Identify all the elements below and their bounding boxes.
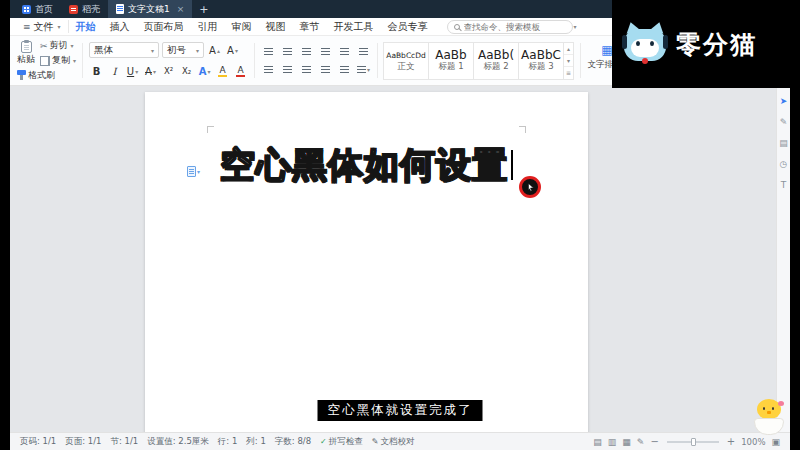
numbered-list-button[interactable] [280, 45, 295, 59]
zoom-slider[interactable] [667, 441, 719, 443]
font-name-caret-icon: ▾ [151, 47, 154, 54]
format-painter-button[interactable]: 格式刷 [17, 69, 76, 82]
styles-more-button[interactable]: ≡ [564, 67, 573, 78]
proofread-toggle[interactable]: ✎ 文档校对 [372, 436, 415, 448]
font-name-select[interactable]: 黑体 ▾ [89, 42, 159, 58]
font-size-select[interactable]: 初号 ▾ [162, 42, 204, 58]
styles-scroll-up[interactable]: ▴ [564, 43, 573, 55]
bullet-list-button[interactable] [261, 45, 276, 59]
paste-button[interactable]: 粘贴 [17, 41, 35, 66]
paragraph-style-popup[interactable]: ▾ [187, 166, 200, 177]
text-effect-button[interactable]: A ▾ [197, 63, 212, 79]
distribute-button[interactable] [337, 63, 352, 77]
style-heading1[interactable]: AaBb 标题 1 [428, 42, 474, 80]
underline-button[interactable]: U ▾ [125, 63, 140, 79]
subscript-button[interactable]: X₂ [179, 63, 194, 79]
cat-mascot [622, 21, 668, 67]
headline-text[interactable]: 空心黑体如何设置 [220, 145, 508, 185]
style-heading2-name: 标题 2 [483, 61, 508, 72]
styles-scroll-down[interactable]: ▾ [564, 55, 573, 67]
share-icon[interactable]: ➤ [780, 96, 788, 106]
text-cursor [511, 150, 513, 180]
clipboard-group: 粘贴 ✂ 剪切 ▾ 复制 ▾ 格式刷 [14, 38, 79, 83]
zoom-level[interactable]: 100% [741, 437, 765, 447]
text-tool-icon[interactable]: T [781, 180, 787, 190]
search-caret-icon[interactable]: ▾ [574, 23, 577, 30]
highlight-color-bar [218, 75, 227, 77]
outline-view-icon[interactable]: ▥ [608, 437, 617, 447]
increase-font-size-button[interactable]: A ▴ [207, 42, 222, 58]
zoom-slider-thumb[interactable] [691, 438, 696, 446]
file-caret-icon: ▾ [58, 23, 61, 30]
style-heading2[interactable]: AaBb( 标题 2 [473, 42, 519, 80]
menu-item-view[interactable]: 视图 [259, 20, 293, 34]
web-view-icon[interactable]: ▦ [622, 437, 631, 447]
increase-indent-button[interactable] [318, 45, 333, 59]
history-icon[interactable]: ◷ [780, 159, 788, 169]
spellcheck-toggle[interactable]: ✓ 拼写检查 [320, 436, 363, 448]
comment-icon[interactable]: ▤ [779, 138, 788, 148]
font-color-button[interactable]: A [233, 63, 248, 79]
page-view-icon[interactable]: ▤ [593, 437, 602, 447]
menu-item-insert[interactable]: 插入 [103, 20, 137, 34]
zoom-out-button[interactable]: − [650, 436, 658, 447]
command-search-box[interactable] [447, 20, 573, 34]
menu-item-page-layout[interactable]: 页面布局 [137, 20, 191, 34]
style-heading3[interactable]: AaBbC 标题 3 [518, 42, 564, 80]
status-word-count[interactable]: 字数: 8/8 [275, 436, 311, 448]
style-heading1-preview: AaBb [435, 50, 466, 61]
menu-item-home[interactable]: 开始 [69, 20, 103, 34]
strikethrough-button[interactable]: A ▾ [143, 63, 158, 79]
menu-item-references[interactable]: 引用 [191, 20, 225, 34]
line-spacing-button[interactable]: ▾ [356, 63, 371, 77]
decrease-font-size-button[interactable]: A ▾ [225, 42, 240, 58]
justify-button[interactable] [318, 63, 333, 77]
video-frame: 首页 稻壳 文字文稿1 × + ≡ 文件 ▾ 开始 插入 页面布局 引用 [0, 0, 800, 450]
align-left-button[interactable] [261, 63, 276, 77]
status-page-number: 页码: 1/1 [20, 436, 56, 448]
bold-button[interactable]: B [89, 63, 104, 79]
menu-item-developer[interactable]: 开发工具 [327, 20, 381, 34]
highlight-color-button[interactable]: A [215, 63, 230, 79]
show-marks-icon [359, 48, 368, 55]
cut-caret-icon: ▾ [71, 42, 74, 49]
zoom-in-button[interactable]: + [727, 436, 735, 447]
cut-button[interactable]: ✂ 剪切 ▾ [40, 39, 76, 52]
wps-window: 首页 稻壳 文字文稿1 × + ≡ 文件 ▾ 开始 插入 页面布局 引用 [10, 0, 790, 450]
underline-caret-icon: ▾ [135, 68, 138, 75]
menu-item-review[interactable]: 审阅 [225, 20, 259, 34]
mouse-click-highlight [519, 176, 541, 198]
show-marks-button[interactable] [356, 45, 371, 59]
search-input[interactable] [464, 22, 566, 32]
tab-document-label: 文字文稿1 [128, 3, 170, 16]
increase-indent-icon [321, 48, 330, 55]
sort-button[interactable] [337, 45, 352, 59]
read-mode-icon[interactable]: ✎ [637, 437, 645, 447]
tab-home[interactable]: 首页 [14, 0, 61, 18]
style-normal[interactable]: AaBbCcDd 正文 [383, 42, 429, 80]
decrease-indent-icon [302, 48, 311, 55]
decrease-font-icon: ▾ [235, 47, 238, 54]
tab-docer-label: 稻壳 [82, 3, 100, 16]
cat-eye [636, 41, 640, 46]
file-menu-button[interactable]: ≡ 文件 ▾ [16, 20, 69, 33]
tab-docer[interactable]: 稻壳 [61, 0, 108, 18]
decrease-indent-button[interactable] [299, 45, 314, 59]
edit-icon[interactable]: ✎ [780, 117, 788, 127]
document-page[interactable]: 空心黑体如何设置 ▾ [145, 92, 588, 432]
cat-headphone [663, 35, 668, 49]
italic-button[interactable]: I [107, 63, 122, 79]
fit-page-icon[interactable]: ▣ [771, 437, 780, 447]
tab-document[interactable]: 文字文稿1 × [108, 0, 192, 18]
status-column: 列: 1 [246, 436, 265, 448]
close-tab-icon[interactable]: × [177, 4, 185, 14]
new-tab-button[interactable]: + [192, 3, 215, 16]
increase-font-label: A [209, 45, 216, 56]
superscript-button[interactable]: X² [161, 63, 176, 79]
align-right-button[interactable] [299, 63, 314, 77]
align-center-button[interactable] [280, 63, 295, 77]
menu-item-section[interactable]: 章节 [293, 20, 327, 34]
copy-button[interactable]: 复制 ▾ [40, 54, 76, 67]
style-heading1-name: 标题 1 [438, 61, 463, 72]
menu-item-member[interactable]: 会员专享 [381, 20, 435, 34]
